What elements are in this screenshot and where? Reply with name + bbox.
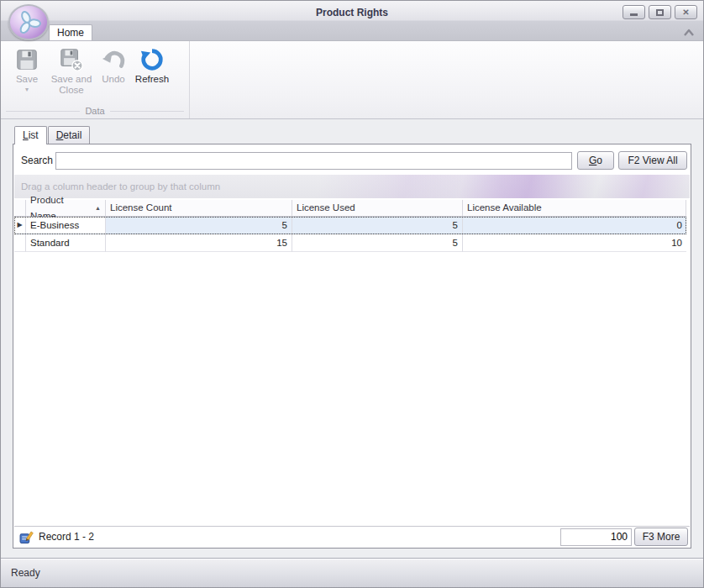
row-pointer-icon: ▶ [17,217,22,234]
ribbon-group-label: Data [6,106,184,116]
go-accesskey: G [589,155,596,166]
row-selector-cell[interactable] [14,234,26,252]
app-logo-button[interactable] [8,4,49,40]
undo-icon [99,45,128,74]
ribbon-collapse-button[interactable] [683,28,695,38]
grid-header-license-used-label: License Used [297,200,355,216]
titlebar: Product Rights ✕ Home [1,1,703,41]
grid-header-license-count-label: License Count [110,200,172,216]
grid-header-license-available[interactable]: License Available [463,200,686,217]
more-button[interactable]: F3 More [634,528,688,546]
group-by-hint: Drag a column header to group by that co… [21,181,220,192]
view-all-button[interactable]: F2 View All [618,151,687,170]
maximize-icon [656,9,664,16]
close-button[interactable]: ✕ [675,5,697,19]
grid-header-selector [14,200,26,217]
data-grid: Product Name ▲ License Count License Use… [14,200,686,252]
refresh-label: Refresh [135,74,169,85]
page-size-input[interactable] [560,528,632,546]
list-panel: Search Go F2 View All Drag a column head… [13,144,691,549]
window-title: Product Rights [1,7,703,18]
status-text: Ready [11,567,40,579]
main-area: List Detail Search Go F2 View All Drag a… [1,119,703,559]
save-dropdown-icon[interactable]: ▾ [25,87,29,93]
trillium-icon [14,8,43,37]
tab-detail-label: etail [63,129,81,141]
ribbon-group-data: Save ▾ Save and [1,41,190,118]
cell-license-available[interactable]: 0 [463,217,686,234]
minimize-icon [630,13,638,16]
record-footer: Record 1 - 2 F3 More [14,526,690,547]
refresh-icon [138,45,166,74]
go-button[interactable]: Go [577,151,614,170]
cell-product-name[interactable]: E-Business [26,217,106,234]
save-and-close-button[interactable]: Save and Close [46,44,97,96]
ribbon-tab-home[interactable]: Home [49,24,92,40]
cell-license-count[interactable]: 15 [106,234,292,252]
save-and-close-icon [57,45,86,74]
minimize-button[interactable] [623,5,645,19]
record-count-label: Record 1 - 2 [39,531,94,543]
grid-header-row: Product Name ▲ License Count License Use… [14,200,686,217]
chevron-up-icon [683,28,695,38]
app-window: Product Rights ✕ Home [0,0,704,588]
save-and-close-label-2: Close [59,85,83,96]
undo-label: Undo [102,74,125,85]
ribbon-button-row: Save ▾ Save and [8,44,174,96]
sort-asc-icon: ▲ [95,200,101,216]
undo-button[interactable]: Undo [97,44,130,96]
view-tabs: List Detail [14,126,91,144]
save-button[interactable]: Save ▾ [8,44,46,96]
row-selector-cell[interactable]: ▶ [14,217,26,234]
record-note-icon [19,530,34,544]
cell-license-used[interactable]: 5 [292,234,463,252]
maximize-button[interactable] [649,5,671,19]
cell-license-used[interactable]: 5 [292,217,463,234]
save-icon [13,45,41,74]
tab-detail[interactable]: Detail [48,126,91,144]
tab-list-label: ist [29,129,39,141]
ribbon: Save ▾ Save and [1,41,703,119]
tab-list-accesskey: L [23,129,29,141]
save-and-close-label-1: Save and [51,74,92,85]
table-row[interactable]: ▶ E-Business 5 5 0 [14,217,686,234]
window-controls: ✕ [623,5,697,19]
ribbon-group-label-text: Data [85,106,104,116]
grid-header-license-used[interactable]: License Used [292,200,463,217]
table-row[interactable]: Standard 15 5 10 [14,234,686,252]
save-label: Save [16,74,38,85]
group-by-bar[interactable]: Drag a column header to group by that co… [14,175,690,198]
close-icon: ✕ [682,8,689,17]
status-bar: Ready [1,558,703,587]
cell-product-name[interactable]: Standard [26,234,106,252]
grid-header-license-count[interactable]: License Count [106,200,292,217]
refresh-button[interactable]: Refresh [130,44,174,96]
cell-license-available[interactable]: 10 [463,234,686,252]
go-label: o [596,155,602,166]
grid-header-license-available-label: License Available [467,200,542,216]
search-input[interactable] [55,152,572,170]
tab-list[interactable]: List [14,126,47,144]
grid-header-product-name[interactable]: Product Name ▲ [26,200,106,217]
search-row: Search Go F2 View All [21,151,687,170]
search-label: Search [21,155,55,166]
cell-license-count[interactable]: 5 [106,217,292,234]
